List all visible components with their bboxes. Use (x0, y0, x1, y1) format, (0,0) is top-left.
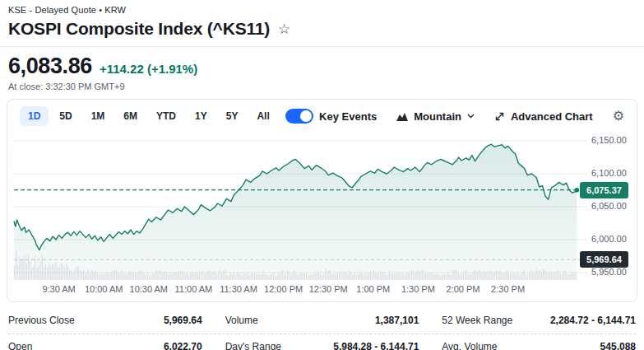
stat-day-s-range: Day's Range5,984.28 - 6,144.71 (225, 341, 419, 350)
range-tabs: 1D5D1M6MYTD1Y5YAll (20, 106, 278, 126)
stat-52-week-range: 52 Week Range2,284.72 - 6,144.71 (442, 315, 636, 326)
x-axis-label: 1:30 PM (401, 284, 435, 294)
price-change: +114.22 (+1.91%) (100, 62, 197, 76)
stat-value: 1,387,101 (375, 315, 419, 326)
page-title: KOSPI Composite Index (^KS11) (8, 19, 270, 39)
key-events-toggle[interactable] (285, 109, 313, 124)
price-chart-svg[interactable] (7, 133, 635, 281)
y-axis-label: 6,000.00 (591, 234, 627, 244)
x-axis-label: 9:30 AM (42, 284, 75, 294)
key-events-control[interactable]: Key Events (285, 109, 377, 124)
stat-label: Open (8, 341, 32, 350)
chart-card: 1D5D1M6MYTD1Y5YAll Key Events Mountain (7, 99, 637, 302)
x-axis-label: 11:00 AM (175, 284, 213, 294)
tab-6m[interactable]: 6M (115, 106, 146, 126)
chart-type-selector[interactable]: Mountain (396, 110, 475, 123)
chart-type-label: Mountain (414, 110, 461, 123)
key-events-label: Key Events (319, 110, 377, 123)
x-axis-label: 1:00 PM (356, 284, 390, 294)
stat-open: Open6,022.70 (8, 341, 202, 350)
current-price: 6,083.86 (8, 54, 92, 79)
star-icon[interactable]: ☆ (278, 22, 290, 36)
y-axis-label: 6,150.00 (591, 135, 627, 145)
tab-5y[interactable]: 5Y (218, 106, 247, 126)
current-price-badge: 6,075.37 (580, 182, 628, 198)
chart-toolbar: 1D5D1M6MYTD1Y5YAll Key Events Mountain (7, 100, 637, 133)
stat-value: 5,984.28 - 6,144.71 (333, 341, 419, 350)
chevron-down-icon (467, 114, 475, 119)
quote-header: KSE - Delayed Quote • KRW KOSPI Composit… (0, 0, 644, 91)
stat-value: 5,969.64 (164, 315, 202, 326)
stat-value: 6,022.70 (164, 341, 202, 350)
mountain-icon (396, 112, 408, 121)
gear-icon[interactable]: ⚙ (613, 110, 624, 123)
tab-1m[interactable]: 1M (83, 106, 114, 126)
stat-label: Day's Range (225, 341, 281, 350)
previous-close-badge: 5,969.64 (580, 251, 628, 268)
stat-label: Volume (225, 315, 258, 326)
stats-row: Open6,022.70Day's Range5,984.28 - 6,144.… (8, 334, 636, 350)
x-axis-label: 12:30 PM (309, 284, 348, 294)
x-axis-label: 11:30 AM (220, 284, 257, 294)
header-divider (0, 46, 644, 47)
x-axis-label: 2:00 PM (447, 284, 480, 294)
x-axis-label: 10:30 AM (130, 284, 168, 294)
tab-1d[interactable]: 1D (20, 106, 49, 126)
y-axis-label: 6,050.00 (591, 201, 627, 211)
tab-all[interactable]: All (248, 106, 277, 126)
tab-1y[interactable]: 1Y (187, 106, 215, 126)
y-axis-label: 6,100.00 (591, 168, 627, 178)
toggle-knob (300, 110, 312, 122)
exchange-line: KSE - Delayed Quote • KRW (8, 5, 636, 15)
stat-previous-close: Previous Close5,969.64 (8, 315, 202, 326)
expand-arrow-icon (494, 111, 505, 122)
stat-volume: Volume1,387,101 (225, 315, 419, 326)
stat-label: Avg. Volume (442, 341, 497, 350)
tab-5d[interactable]: 5D (51, 106, 80, 126)
x-axis-label: 2:30 PM (491, 284, 525, 294)
x-axis-label: 12:00 PM (264, 284, 303, 294)
stat-avg-volume: Avg. Volume545,088 (442, 341, 636, 350)
key-stats: Previous Close5,969.64Volume1,387,10152 … (8, 308, 636, 350)
price-chart[interactable]: 6,075.37 5,969.64 6,150.006,100.006,050.… (7, 133, 637, 301)
advanced-chart-button[interactable]: Advanced Chart (494, 110, 593, 123)
at-close-text: At close: 3:32:30 PM GMT+9 (8, 82, 636, 91)
tab-ytd[interactable]: YTD (148, 106, 184, 126)
stat-label: Previous Close (8, 315, 75, 326)
y-axis-label: 5,950.00 (591, 267, 627, 277)
stats-row: Previous Close5,969.64Volume1,387,10152 … (8, 308, 636, 334)
stat-value: 545,088 (600, 341, 636, 350)
advanced-chart-label: Advanced Chart (511, 110, 593, 123)
stat-value: 2,284.72 - 6,144.71 (550, 315, 636, 326)
x-axis-label: 10:00 AM (85, 284, 123, 294)
stat-label: 52 Week Range (442, 315, 512, 326)
